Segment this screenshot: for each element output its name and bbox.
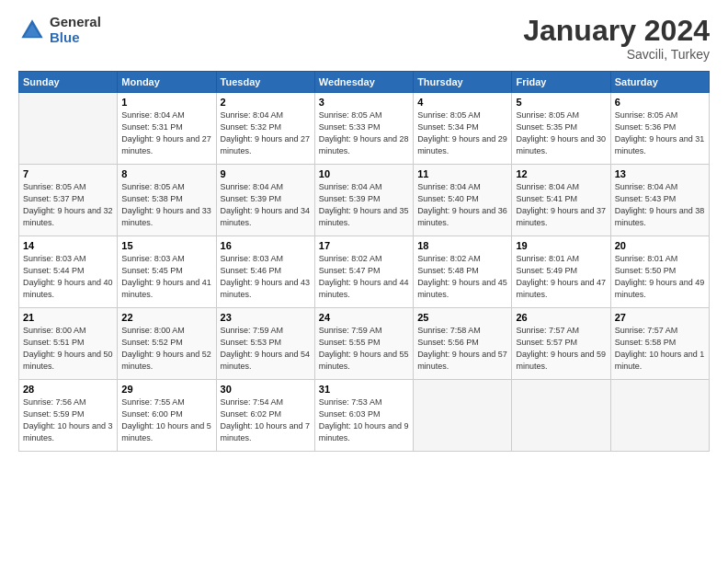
day-info: Sunrise: 7:56 AMSunset: 5:59 PMDaylight:… xyxy=(23,396,113,444)
calendar-header-row: SundayMondayTuesdayWednesdayThursdayFrid… xyxy=(19,72,710,93)
calendar-cell: 13Sunrise: 8:04 AMSunset: 5:43 PMDayligh… xyxy=(610,165,709,236)
day-info: Sunrise: 8:04 AMSunset: 5:39 PMDaylight:… xyxy=(319,181,409,229)
calendar-week-row: 1Sunrise: 8:04 AMSunset: 5:31 PMDaylight… xyxy=(19,93,710,165)
day-info: Sunrise: 8:03 AMSunset: 5:46 PMDaylight:… xyxy=(221,253,311,301)
day-info: Sunrise: 8:04 AMSunset: 5:31 PMDaylight:… xyxy=(121,109,211,157)
calendar-cell: 17Sunrise: 8:02 AMSunset: 5:47 PMDayligh… xyxy=(314,236,413,308)
day-info: Sunrise: 8:00 AMSunset: 5:51 PMDaylight:… xyxy=(23,325,113,373)
day-info: Sunrise: 8:03 AMSunset: 5:44 PMDaylight:… xyxy=(23,253,113,301)
calendar-cell: 1Sunrise: 8:04 AMSunset: 5:31 PMDaylight… xyxy=(118,93,216,165)
day-number: 29 xyxy=(121,384,211,395)
month-title: January 2024 xyxy=(523,15,710,47)
day-number: 4 xyxy=(417,97,507,108)
day-info: Sunrise: 8:04 AMSunset: 5:43 PMDaylight:… xyxy=(615,181,705,229)
calendar-cell: 25Sunrise: 7:58 AMSunset: 5:56 PMDayligh… xyxy=(414,308,512,380)
calendar-cell: 20Sunrise: 8:01 AMSunset: 5:50 PMDayligh… xyxy=(610,236,709,308)
day-number: 24 xyxy=(319,312,409,323)
day-info: Sunrise: 8:04 AMSunset: 5:41 PMDaylight:… xyxy=(516,181,606,229)
calendar-week-row: 14Sunrise: 8:03 AMSunset: 5:44 PMDayligh… xyxy=(19,236,710,308)
day-number: 19 xyxy=(516,240,606,251)
calendar-cell: 22Sunrise: 8:00 AMSunset: 5:52 PMDayligh… xyxy=(118,308,216,380)
calendar-cell: 4Sunrise: 8:05 AMSunset: 5:34 PMDaylight… xyxy=(414,93,512,165)
day-info: Sunrise: 7:57 AMSunset: 5:58 PMDaylight:… xyxy=(615,325,705,373)
calendar-cell xyxy=(610,380,709,452)
day-number: 11 xyxy=(417,168,507,179)
calendar-cell: 18Sunrise: 8:02 AMSunset: 5:48 PMDayligh… xyxy=(414,236,512,308)
day-number: 14 xyxy=(23,240,113,251)
calendar-cell: 2Sunrise: 8:04 AMSunset: 5:32 PMDaylight… xyxy=(216,93,314,165)
day-info: Sunrise: 7:53 AMSunset: 6:03 PMDaylight:… xyxy=(319,396,409,444)
calendar-cell: 29Sunrise: 7:55 AMSunset: 6:00 PMDayligh… xyxy=(118,380,216,452)
day-info: Sunrise: 8:05 AMSunset: 5:34 PMDaylight:… xyxy=(417,109,507,157)
day-number: 12 xyxy=(516,168,606,179)
day-info: Sunrise: 8:05 AMSunset: 5:37 PMDaylight:… xyxy=(23,181,113,229)
calendar-cell: 31Sunrise: 7:53 AMSunset: 6:03 PMDayligh… xyxy=(314,380,413,452)
calendar-table: SundayMondayTuesdayWednesdayThursdayFrid… xyxy=(18,71,710,452)
calendar-cell: 6Sunrise: 8:05 AMSunset: 5:36 PMDaylight… xyxy=(610,93,709,165)
day-number: 17 xyxy=(319,240,409,251)
day-number: 18 xyxy=(417,240,507,251)
weekday-header: Monday xyxy=(118,72,216,93)
day-number: 22 xyxy=(121,312,211,323)
logo: General Blue xyxy=(18,15,101,45)
calendar-cell: 23Sunrise: 7:59 AMSunset: 5:53 PMDayligh… xyxy=(216,308,314,380)
day-number: 15 xyxy=(121,240,211,251)
calendar-week-row: 7Sunrise: 8:05 AMSunset: 5:37 PMDaylight… xyxy=(19,165,710,236)
calendar-body: 1Sunrise: 8:04 AMSunset: 5:31 PMDaylight… xyxy=(19,93,710,452)
calendar-page: General Blue January 2024 Savcili, Turke… xyxy=(0,0,728,563)
day-info: Sunrise: 8:04 AMSunset: 5:39 PMDaylight:… xyxy=(221,181,311,229)
day-number: 26 xyxy=(516,312,606,323)
weekday-header: Wednesday xyxy=(314,72,413,93)
calendar-cell: 3Sunrise: 8:05 AMSunset: 5:33 PMDaylight… xyxy=(314,93,413,165)
calendar-cell: 21Sunrise: 8:00 AMSunset: 5:51 PMDayligh… xyxy=(19,308,118,380)
day-info: Sunrise: 8:05 AMSunset: 5:35 PMDaylight:… xyxy=(516,109,606,157)
title-block: January 2024 Savcili, Turkey xyxy=(523,15,710,62)
weekday-header: Saturday xyxy=(610,72,709,93)
day-info: Sunrise: 7:55 AMSunset: 6:00 PMDaylight:… xyxy=(121,396,211,444)
day-info: Sunrise: 7:59 AMSunset: 5:55 PMDaylight:… xyxy=(319,325,409,373)
day-number: 28 xyxy=(23,384,113,395)
day-info: Sunrise: 8:01 AMSunset: 5:49 PMDaylight:… xyxy=(516,253,606,301)
day-info: Sunrise: 8:04 AMSunset: 5:40 PMDaylight:… xyxy=(417,181,507,229)
day-info: Sunrise: 8:04 AMSunset: 5:32 PMDaylight:… xyxy=(221,109,311,157)
calendar-cell: 12Sunrise: 8:04 AMSunset: 5:41 PMDayligh… xyxy=(512,165,610,236)
calendar-cell: 26Sunrise: 7:57 AMSunset: 5:57 PMDayligh… xyxy=(512,308,610,380)
day-info: Sunrise: 7:57 AMSunset: 5:57 PMDaylight:… xyxy=(516,325,606,373)
day-number: 20 xyxy=(615,240,705,251)
location-subtitle: Savcili, Turkey xyxy=(523,47,710,62)
calendar-cell: 30Sunrise: 7:54 AMSunset: 6:02 PMDayligh… xyxy=(216,380,314,452)
day-number: 13 xyxy=(615,168,705,179)
calendar-cell xyxy=(19,93,118,165)
weekday-header: Sunday xyxy=(19,72,118,93)
header: General Blue January 2024 Savcili, Turke… xyxy=(18,15,710,62)
logo-blue: Blue xyxy=(50,30,101,46)
day-number: 3 xyxy=(319,97,409,108)
weekday-header: Thursday xyxy=(414,72,512,93)
calendar-cell: 16Sunrise: 8:03 AMSunset: 5:46 PMDayligh… xyxy=(216,236,314,308)
day-info: Sunrise: 8:05 AMSunset: 5:33 PMDaylight:… xyxy=(319,109,409,157)
day-number: 16 xyxy=(221,240,311,251)
calendar-cell: 24Sunrise: 7:59 AMSunset: 5:55 PMDayligh… xyxy=(314,308,413,380)
calendar-cell xyxy=(414,380,512,452)
calendar-week-row: 28Sunrise: 7:56 AMSunset: 5:59 PMDayligh… xyxy=(19,380,710,452)
day-number: 10 xyxy=(319,168,409,179)
calendar-cell: 9Sunrise: 8:04 AMSunset: 5:39 PMDaylight… xyxy=(216,165,314,236)
day-number: 23 xyxy=(221,312,311,323)
weekday-header: Tuesday xyxy=(216,72,314,93)
day-number: 31 xyxy=(319,384,409,395)
day-number: 8 xyxy=(121,168,211,179)
calendar-cell xyxy=(512,380,610,452)
day-number: 9 xyxy=(221,168,311,179)
day-info: Sunrise: 8:05 AMSunset: 5:38 PMDaylight:… xyxy=(121,181,211,229)
calendar-cell: 15Sunrise: 8:03 AMSunset: 5:45 PMDayligh… xyxy=(118,236,216,308)
calendar-cell: 7Sunrise: 8:05 AMSunset: 5:37 PMDaylight… xyxy=(19,165,118,236)
day-number: 25 xyxy=(417,312,507,323)
calendar-cell: 27Sunrise: 7:57 AMSunset: 5:58 PMDayligh… xyxy=(610,308,709,380)
weekday-header: Friday xyxy=(512,72,610,93)
day-info: Sunrise: 8:01 AMSunset: 5:50 PMDaylight:… xyxy=(615,253,705,301)
day-info: Sunrise: 8:00 AMSunset: 5:52 PMDaylight:… xyxy=(121,325,211,373)
day-info: Sunrise: 8:02 AMSunset: 5:47 PMDaylight:… xyxy=(319,253,409,301)
calendar-cell: 8Sunrise: 8:05 AMSunset: 5:38 PMDaylight… xyxy=(118,165,216,236)
day-number: 27 xyxy=(615,312,705,323)
calendar-week-row: 21Sunrise: 8:00 AMSunset: 5:51 PMDayligh… xyxy=(19,308,710,380)
